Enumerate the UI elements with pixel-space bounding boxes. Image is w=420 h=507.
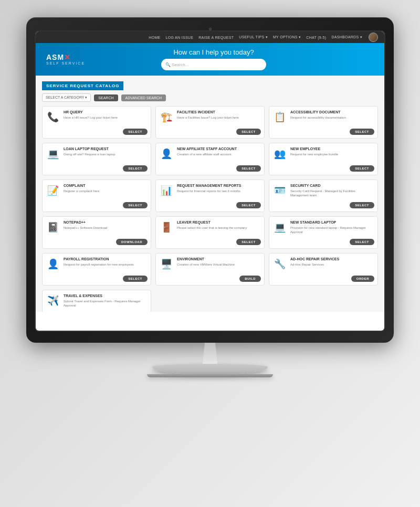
card-info-request-mgmt: REQUEST MANAGEMENT REPORTS Request for f… [177, 183, 261, 193]
card-loan-laptop: 💻 LOAN LAPTOP REQUEST Going off site? Re… [42, 143, 151, 175]
card-icon-payroll-reg: 👤 [46, 257, 60, 271]
card-info-payroll-reg: PAYROLL REGISTRATION Request for payroll… [64, 257, 148, 267]
card-icon-request-mgmt: 📊 [159, 183, 174, 198]
card-environment: 🖥️ ENVIRONMENT Creation of new VMWare Vi… [155, 253, 265, 286]
user-avatar[interactable] [369, 33, 378, 42]
card-header: 📓 NOTEPAD++ Notepad++ Software Download [46, 220, 148, 235]
hero-title: How can I help you today? [161, 48, 266, 56]
category-select[interactable]: SELECT A CATEGORY ▾ [42, 93, 91, 102]
card-action-new-standard-laptop[interactable]: SELECT [350, 239, 374, 245]
card-desc-new-affiliate: Creation of a new affiliate staff accoun… [177, 152, 261, 156]
logo-x: ✕ [64, 53, 71, 61]
card-title-complaint: COMPLAINT [64, 183, 148, 188]
card-icon-security-card: 🪪 [272, 183, 287, 198]
card-hr-query: 📞 HR QUERY Have a HR issue? Log your tic… [42, 106, 151, 139]
search-placeholder: 🔍 Search... [165, 62, 188, 67]
card-footer-notepadpp: DOWNLOAD [46, 237, 148, 245]
header: ASM✕ SELF SERVICE How can I help you tod… [36, 43, 384, 76]
card-complaint: 📝 COMPLAINT Register a complaint here SE… [42, 179, 151, 212]
cards-grid: 📞 HR QUERY Have a HR issue? Log your tic… [42, 106, 378, 312]
card-icon-travel-expenses: ✈️ [46, 293, 60, 308]
card-info-notepadpp: NOTEPAD++ Notepad++ Software Download [64, 220, 148, 230]
card-footer-complaint: SELECT [46, 200, 148, 208]
card-action-complaint[interactable]: SELECT [123, 202, 148, 208]
card-title-new-affiliate: NEW AFFILIATE STAFF ACCOUNT [177, 146, 261, 151]
catalog-controls: SELECT A CATEGORY ▾ SEARCH ADVANCED SEAR… [42, 93, 378, 102]
card-header: 📝 COMPLAINT Register a complaint here [46, 183, 148, 198]
card-title-travel-expenses: TRAVEL & EXPENSES [64, 293, 148, 298]
card-action-notepadpp[interactable]: DOWNLOAD [116, 239, 148, 245]
card-header: 🔧 AD-HOC REPAIR SERVICES Ad-Hoc Repair S… [272, 257, 374, 271]
card-footer-facilities-incident: SELECT [159, 126, 261, 135]
card-action-hr-query[interactable]: SELECT [123, 129, 148, 135]
card-adhoc-repair: 🔧 AD-HOC REPAIR SERVICES Ad-Hoc Repair S… [269, 253, 378, 286]
card-action-request-mgmt[interactable]: SELECT [236, 202, 261, 208]
card-desc-adhoc-repair: Ad-Hoc Repair Services [290, 262, 374, 267]
nav-home[interactable]: HOME [149, 36, 160, 39]
card-desc-complaint: Register a complaint here [64, 189, 148, 193]
card-title-payroll-reg: PAYROLL REGISTRATION [64, 257, 148, 261]
card-header: 🪪 SECURITY CARD Security Card Request - … [272, 183, 374, 198]
card-title-environment: ENVIRONMENT [177, 257, 261, 261]
top-nav-items: HOME LOG AN ISSUE RAISE A REQUEST USEFUL… [149, 35, 362, 39]
card-action-new-affiliate[interactable]: SELECT [236, 165, 261, 172]
monitor-bezel: HOME LOG AN ISSUE RAISE A REQUEST USEFUL… [26, 17, 394, 343]
card-info-travel-expenses: TRAVEL & EXPENSES Submit Travel and Expe… [64, 293, 148, 308]
card-info-environment: ENVIRONMENT Creation of new VMWare Virtu… [177, 257, 261, 267]
card-action-accessibility-doc[interactable]: SELECT [350, 129, 374, 135]
advanced-search-button[interactable]: ADVANCED SEARCH [121, 94, 166, 101]
card-info-leaver-request: LEAVER REQUEST Please select the user th… [177, 220, 261, 230]
monitor-base-bottom [147, 374, 273, 377]
card-icon-complaint: 📝 [46, 183, 60, 198]
card-desc-new-employee: Request for new employee bundle [290, 152, 374, 156]
card-action-leaver-request[interactable]: SELECT [236, 239, 261, 245]
card-icon-hr-query: 📞 [46, 110, 60, 124]
card-footer-request-mgmt: SELECT [159, 200, 261, 208]
card-title-loan-laptop: LOAN LAPTOP REQUEST [64, 146, 148, 151]
card-desc-accessibility-doc: Request for accessibility documentation [290, 115, 374, 120]
card-desc-security-card: Security Card Request - Managed by Facil… [290, 189, 374, 198]
card-action-adhoc-repair[interactable]: ORDER [351, 276, 374, 282]
nav-log-issue[interactable]: LOG AN ISSUE [166, 36, 194, 39]
card-title-hr-query: HR QUERY [64, 110, 148, 114]
card-new-affiliate: 👤 NEW AFFILIATE STAFF ACCOUNT Creation o… [155, 143, 265, 175]
card-footer-accessibility-doc: SELECT [272, 126, 374, 135]
nav-chat[interactable]: CHAT (9-5) [306, 36, 326, 39]
card-action-loan-laptop[interactable]: SELECT [123, 165, 148, 172]
search-button[interactable]: SEARCH [94, 94, 118, 101]
nav-raise-request[interactable]: RAISE A REQUEST [198, 36, 234, 39]
card-payroll-reg: 👤 PAYROLL REGISTRATION Request for payro… [42, 253, 151, 286]
card-footer-new-affiliate: SELECT [159, 163, 261, 172]
card-footer-leaver-request: SELECT [159, 237, 261, 245]
hero-search-bar[interactable]: 🔍 Search... [161, 59, 266, 70]
nav-dashboards[interactable]: DASHBOARDS ▾ [331, 35, 362, 39]
card-info-facilities-incident: FACILITIES INCIDENT Have a Facilities Is… [177, 110, 261, 120]
nav-useful-tips[interactable]: USEFUL TIPS ▾ [239, 35, 268, 39]
card-action-payroll-reg[interactable]: SELECT [123, 276, 148, 282]
card-footer-new-employee: SELECT [272, 163, 374, 172]
card-footer-loan-laptop: SELECT [46, 163, 148, 172]
search-hero: How can I help you today? 🔍 Search... [161, 46, 266, 71]
card-title-notepadpp: NOTEPAD++ [64, 220, 148, 225]
main-content: SERVICE REQUEST CATALOG SELECT A CATEGOR… [36, 76, 384, 312]
card-header: 👤 NEW AFFILIATE STAFF ACCOUNT Creation o… [159, 146, 261, 161]
card-title-accessibility-doc: ACCESSIBILITY DOCUMENT [290, 110, 374, 114]
card-action-facilities-incident[interactable]: SELECT [236, 129, 261, 135]
card-desc-new-standard-laptop: Provision for new standard laptop - Requ… [290, 226, 374, 235]
card-desc-travel-expenses: Submit Travel and Expenses Form - Requir… [64, 299, 148, 308]
card-info-new-standard-laptop: NEW STANDARD LAPTOP Provision for new st… [290, 220, 374, 235]
card-notepadpp: 📓 NOTEPAD++ Notepad++ Software Download … [42, 216, 151, 249]
card-footer-new-standard-laptop: SELECT [272, 237, 374, 245]
card-new-standard-laptop: 💻 NEW STANDARD LAPTOP Provision for new … [269, 216, 378, 249]
card-action-new-employee[interactable]: SELECT [350, 165, 374, 172]
card-desc-environment: Creation of new VMWare Virtual Machine [177, 262, 261, 267]
card-action-environment[interactable]: BUILD [239, 276, 261, 282]
card-header: 📊 REQUEST MANAGEMENT REPORTS Request for… [159, 183, 261, 198]
nav-my-options[interactable]: MY OPTIONS ▾ [273, 35, 301, 39]
screen: HOME LOG AN ISSUE RAISE A REQUEST USEFUL… [36, 31, 384, 331]
card-title-new-standard-laptop: NEW STANDARD LAPTOP [290, 220, 374, 225]
card-action-security-card[interactable]: SELECT [350, 202, 374, 208]
card-info-hr-query: HR QUERY Have a HR issue? Log your ticke… [64, 110, 148, 120]
logo-subtitle: SELF SERVICE [46, 61, 85, 65]
card-info-adhoc-repair: AD-HOC REPAIR SERVICES Ad-Hoc Repair Ser… [290, 257, 374, 267]
